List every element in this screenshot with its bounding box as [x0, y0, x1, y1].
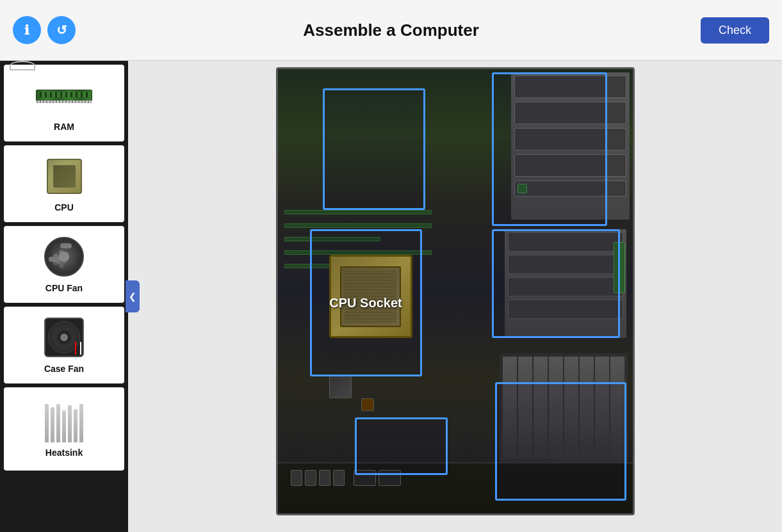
drop-zone-drive-mid[interactable]: [492, 229, 620, 338]
component-sidebar: RAM CPU: [0, 61, 128, 532]
cpufan-label: CPU Fan: [45, 283, 83, 293]
fin3: [56, 404, 60, 442]
drop-zone-bottom-right[interactable]: [495, 382, 626, 501]
casefan-outer: [44, 318, 84, 357]
connector-3: [319, 470, 330, 486]
page-title: Assemble a Computer: [303, 20, 479, 40]
casefan-image: [42, 315, 86, 360]
connector-1: [291, 470, 302, 486]
ram-image: [36, 90, 92, 101]
mb-chip-3: [329, 376, 352, 398]
drop-zone-ram[interactable]: [323, 88, 425, 210]
header: ℹ ↺ Assemble a Computer Check: [0, 0, 782, 61]
casefan-visual-wrap: [35, 317, 93, 359]
fin2: [51, 407, 54, 442]
ram-label: RAM: [54, 122, 74, 132]
component-item-cpu[interactable]: CPU: [4, 145, 124, 222]
collapse-icon: ❮: [129, 291, 136, 302]
info-icon: ℹ: [24, 22, 29, 38]
drop-zone-cpu-socket[interactable]: CPU Socket: [310, 229, 422, 376]
motherboard: CPU Socket: [276, 67, 635, 515]
fin4: [62, 410, 66, 442]
reset-button[interactable]: ↺: [47, 16, 76, 44]
cpu-chip: [47, 159, 82, 194]
connector-2: [305, 470, 316, 486]
fan-outer: [44, 237, 84, 277]
header-icons: ℹ ↺: [13, 16, 76, 44]
drop-zone-drive-top[interactable]: [492, 72, 607, 226]
heatpipe: [10, 61, 35, 70]
fan-center: [59, 252, 69, 262]
heatsink-visual-wrap: [35, 401, 93, 442]
fin7: [79, 404, 83, 442]
component-item-casefan[interactable]: Case Fan: [4, 307, 124, 383]
slot-2: [284, 223, 432, 228]
connector-4: [333, 470, 345, 486]
casefan-center: [60, 334, 68, 341]
fin1: [45, 404, 49, 442]
cpu-image: [44, 156, 85, 197]
casefan-label: Case Fan: [44, 364, 84, 374]
fin5: [68, 405, 72, 442]
motherboard-area: CPU Socket: [128, 61, 782, 532]
sidebar-wrapper: RAM CPU: [0, 61, 128, 532]
cpu-visual: [35, 156, 93, 197]
sidebar-scroll[interactable]: RAM CPU: [0, 61, 128, 532]
mb-chip-4: [361, 398, 374, 411]
sidebar-collapse-button[interactable]: ❮: [126, 280, 140, 312]
heatsink-image: [44, 401, 85, 442]
ram-visual: [35, 75, 93, 117]
fin6: [74, 409, 77, 442]
drop-zone-bottom[interactable]: [355, 417, 448, 475]
info-button[interactable]: ℹ: [13, 16, 41, 44]
cpufan-visual-wrap: [35, 236, 93, 278]
reset-icon: ↺: [56, 22, 67, 38]
component-item-cpufan[interactable]: CPU Fan: [4, 226, 124, 303]
check-button[interactable]: Check: [701, 17, 769, 44]
cpufan-image: [42, 234, 86, 279]
cpu-label: CPU: [54, 202, 74, 213]
heatsink-label: Heatsink: [45, 447, 83, 458]
component-item-ram[interactable]: RAM: [4, 65, 124, 141]
main-area: RAM CPU: [0, 61, 782, 532]
component-item-heatsink[interactable]: Heatsink: [4, 387, 124, 471]
slot-1: [284, 210, 432, 214]
cpu-socket-label: CPU Socket: [329, 295, 402, 310]
